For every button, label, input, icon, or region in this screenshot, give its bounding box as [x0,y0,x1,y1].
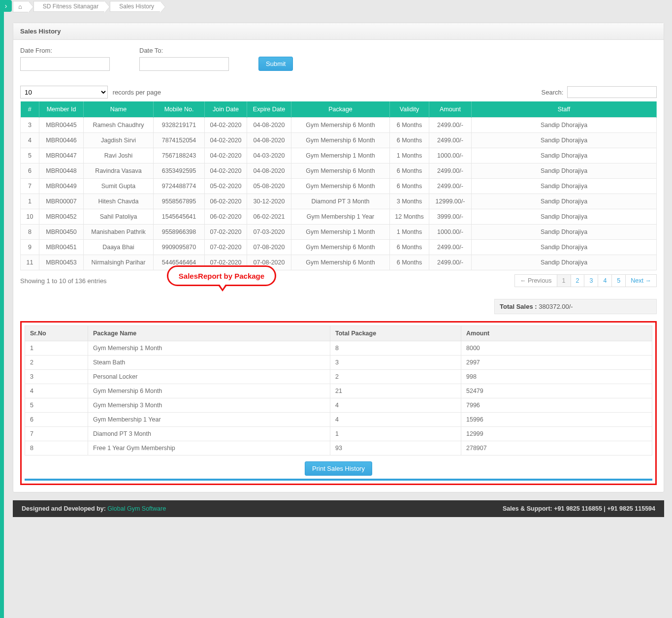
cell-join: 07-02-2020 [205,225,247,240]
pkg-cell-amt: 2997 [461,356,652,370]
breadcrumb-branch[interactable]: SD Fitness Sitanagar [33,1,105,12]
date-from-input[interactable] [20,57,110,71]
pkg-cell-amt: 7996 [461,398,652,413]
col-name[interactable]: Name [84,101,154,118]
cell-join: 05-02-2020 [205,179,247,194]
pkg-cell-n: 1 [25,341,88,356]
pager: ← Previous12345Next → [515,274,657,287]
table-row: 5MBR00447Ravi Joshi756718824304-02-20200… [21,148,657,163]
pager-next[interactable]: Next → [625,274,657,287]
cell-id: MBR00007 [39,194,84,209]
cell-amt: 2499.00/- [429,133,472,148]
col-amount[interactable]: Amount [429,101,472,118]
footer-credit-link[interactable]: Global Gym Software [107,505,166,512]
cell-mob: 7874152054 [154,133,205,148]
cell-val: 3 Months [390,194,429,209]
cell-val: 6 Months [390,163,429,179]
cell-n: 8 [21,225,39,240]
cell-n: 3 [21,118,39,133]
cell-id: MBR00453 [39,255,84,270]
pkg-cell-amt: 15996 [461,413,652,427]
table-row: 11MBR00453Nirmalsingh Parihar54465464640… [21,255,657,270]
pager-prev[interactable]: ← Previous [514,274,557,287]
pkg-cell-name: Steam Bath [88,356,330,370]
pkg-cell-tot: 2 [330,370,461,384]
date-from-label: Date From: [20,47,110,54]
cell-val: 6 Months [390,118,429,133]
pkg-cell-amt: 998 [461,370,652,384]
sales-table: # Member Id Name Mobile No. Join Date Ex… [20,101,657,270]
pager-page-1[interactable]: 1 [557,274,571,287]
sidebar-toggle[interactable]: › [0,0,12,12]
cell-exp: 30-12-2020 [247,194,291,209]
cell-pkg: Diamond PT 3 Month [291,194,390,209]
pkg-cell-name: Free 1 Year Gym Membership [88,441,330,455]
col-join[interactable]: Join Date [205,101,247,118]
date-to-input[interactable] [139,57,229,71]
col-staff[interactable]: Staff [472,101,657,118]
col-expire[interactable]: Expire Date [247,101,291,118]
table-row: 3MBR00445Ramesh Chaudhry932821917104-02-… [21,118,657,133]
cell-val: 6 Months [390,240,429,255]
cell-val: 1 Months [390,225,429,240]
cell-name: Manishaben Pathrik [84,225,154,240]
cell-pkg: Gym Memership 6 Month [291,255,390,270]
cell-join: 06-02-2020 [205,194,247,209]
pager-page-3[interactable]: 3 [584,274,598,287]
cell-name: Ravi Joshi [84,148,154,163]
cell-n: 5 [21,148,39,163]
col-package[interactable]: Package [291,101,390,118]
table-row: 9MBR00451Daaya Bhai990909587007-02-20200… [21,240,657,255]
cell-id: MBR00447 [39,148,84,163]
pkg-cell-amt: 8000 [461,341,652,356]
cell-staff: Sandip Dhorajiya [472,118,657,133]
cell-pkg: Gym Memership 1 Month [291,225,390,240]
cell-amt: 12999.00/- [429,194,472,209]
cell-join: 04-02-2020 [205,133,247,148]
cell-amt: 2499.00/- [429,163,472,179]
cell-id: MBR00446 [39,133,84,148]
cell-val: 6 Months [390,179,429,194]
package-report-region: Sr.No Package Name Total Package Amount … [20,321,657,485]
per-page-select[interactable]: 10 [20,86,108,98]
pkg-row: 7Diamond PT 3 Month112999 [25,427,652,441]
cell-id: MBR00445 [39,118,84,133]
cell-id: MBR00448 [39,163,84,179]
col-index[interactable]: # [21,101,39,118]
total-label: Total Sales : [500,303,539,310]
table-row: 8MBR00450Manishaben Pathrik955896639807-… [21,225,657,240]
cell-staff: Sandip Dhorajiya [472,240,657,255]
pkg-cell-amt: 52479 [461,384,652,398]
search-input[interactable] [567,86,657,98]
pkg-col-amount: Amount [461,326,652,341]
table-row: 6MBR00448Ravindra Vasava635349259504-02-… [21,163,657,179]
search-label: Search: [542,89,564,96]
col-validity[interactable]: Validity [390,101,429,118]
cell-exp: 07-03-2020 [247,225,291,240]
cell-n: 9 [21,240,39,255]
col-memberid[interactable]: Member Id [39,101,84,118]
cell-staff: Sandip Dhorajiya [472,133,657,148]
side-rail [0,12,4,618]
cell-staff: Sandip Dhorajiya [472,163,657,179]
cell-exp: 07-08-2020 [247,240,291,255]
cell-mob: 9558966398 [154,225,205,240]
pager-page-5[interactable]: 5 [611,274,626,287]
submit-button[interactable]: Submit [258,57,293,71]
breadcrumb: ⌂ SD Fitness Sitanagar Sales History [13,1,668,12]
col-mobile[interactable]: Mobile No. [154,101,205,118]
callout-annotation: SalesReport by Package [167,265,276,286]
cell-staff: Sandip Dhorajiya [472,179,657,194]
pkg-cell-name: Gym Memership 3 Month [88,398,330,413]
pkg-cell-tot: 4 [330,398,461,413]
cell-n: 4 [21,133,39,148]
breadcrumb-page[interactable]: Sales History [110,1,160,12]
print-sales-button[interactable]: Print Sales History [305,461,372,476]
cell-amt: 2499.00/- [429,240,472,255]
pager-page-2[interactable]: 2 [571,274,585,287]
pager-page-4[interactable]: 4 [598,274,612,287]
chevron-right-icon: › [5,2,7,10]
breadcrumb-home[interactable]: ⌂ [13,1,29,12]
cell-staff: Sandip Dhorajiya [472,255,657,270]
pkg-row: 4Gym Memership 6 Month2152479 [25,384,652,398]
